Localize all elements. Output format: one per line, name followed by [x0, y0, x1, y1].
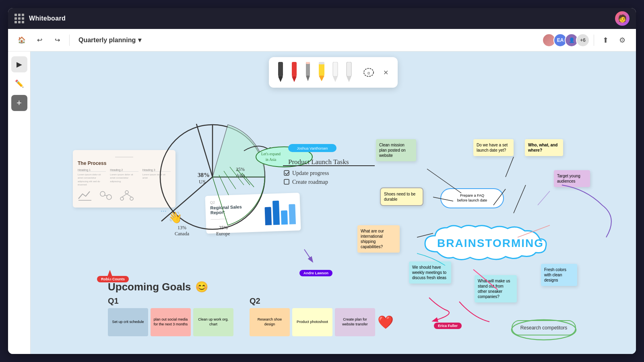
board-title: Quarterly planning	[78, 37, 136, 44]
q2-section: Q2 Research shoe design Product photosho…	[250, 296, 394, 336]
sticky-note-3[interactable]: Who, what, and where?	[525, 139, 563, 156]
q2-card-3[interactable]: Create plan for website transfer	[335, 308, 375, 336]
undo-button[interactable]: ↩	[32, 33, 47, 47]
svg-line-68	[122, 194, 127, 197]
svg-rect-36	[288, 144, 336, 152]
avatar-count[interactable]: +6	[576, 33, 590, 47]
svg-line-9	[219, 175, 229, 195]
sticky-note-5[interactable]: Shoes need to be durable	[380, 187, 423, 206]
apps-grid-icon[interactable]	[14, 14, 24, 23]
goals-emoji: 😊	[195, 281, 208, 293]
home-button[interactable]: 🏠	[14, 33, 29, 47]
share-button[interactable]: ⬆	[598, 33, 613, 47]
app-title: Whiteboard	[29, 15, 66, 22]
sticky-note-4[interactable]: Target young audiences	[554, 170, 590, 187]
pen-toolbar-close[interactable]: ✕	[380, 67, 391, 78]
canvas[interactable]: 38% US 25% Asia 13% Canada 25% Europe Le…	[31, 51, 636, 354]
sticky-note-6[interactable]: What are our international shipping capa…	[357, 225, 400, 253]
side-toolbar: ▶ ✏️ +	[8, 51, 31, 354]
pen-tool-button[interactable]: ✏️	[11, 76, 27, 92]
redo-button[interactable]: ↪	[50, 33, 64, 47]
process-card-icons	[78, 190, 171, 203]
main-toolbar: 🏠 ↩ ↪ Quarterly planning ▾ EA 👤 +6 ⬆ ⚙	[8, 29, 636, 51]
svg-line-18	[514, 185, 526, 213]
svg-rect-39	[284, 171, 289, 175]
svg-rect-51	[306, 62, 310, 64]
svg-line-40	[285, 173, 287, 175]
sticky-note-7[interactable]: We should have weekly meetings to discus…	[409, 261, 451, 284]
svg-text:α: α	[367, 71, 370, 75]
q2-label: Q2	[250, 296, 394, 306]
q2-card-2[interactable]: Product photoshoot	[292, 308, 332, 336]
svg-text:Create roadmap: Create roadmap	[292, 179, 328, 185]
user-avatar-title[interactable]: 🧑	[615, 11, 630, 26]
svg-line-69	[127, 194, 132, 197]
eraser-2[interactable]	[344, 60, 354, 84]
svg-line-7	[237, 169, 250, 185]
sticky-note-1[interactable]: Clean mission plan posted on website	[376, 139, 416, 161]
select-tool-button[interactable]: ▶	[11, 56, 27, 72]
add-tool-button[interactable]: +	[11, 95, 27, 111]
svg-point-67	[130, 197, 133, 200]
erica-fuller-badge: Erica Fuller	[434, 323, 462, 329]
sales-card-quarter: Q2	[210, 200, 242, 205]
svg-text:Update progress: Update progress	[292, 170, 329, 176]
research-competitors-callout: Research competitors	[512, 320, 576, 335]
svg-line-8	[242, 173, 254, 187]
svg-marker-46	[278, 76, 283, 82]
upcoming-goals-section: Upcoming Goals 😊 Q1 Set up crit schedule…	[108, 281, 394, 336]
faq-callout: Prepare a FAQbefore launch date	[440, 188, 504, 208]
settings-button[interactable]: ⚙	[615, 33, 630, 47]
svg-text:👋: 👋	[168, 211, 182, 224]
svg-text:13%: 13%	[178, 225, 186, 230]
svg-text:BRAINSTORMING: BRAINSTORMING	[437, 237, 544, 249]
svg-text:Asia: Asia	[236, 173, 245, 178]
svg-point-65	[125, 191, 128, 194]
pen-yellow[interactable]	[316, 60, 327, 84]
sticky-note-9[interactable]: Fresh colors with clean designs	[541, 264, 577, 286]
process-card-title: The Process	[78, 160, 171, 166]
svg-point-63	[107, 195, 111, 200]
upcoming-goals-title: Upcoming Goals	[108, 281, 191, 293]
main-area: ▶ ✏️ +	[8, 51, 636, 354]
svg-rect-45	[278, 62, 283, 76]
svg-text:US: US	[199, 179, 206, 185]
chevron-down-icon: ▾	[138, 36, 141, 44]
sales-card: Q2 Regional SalesReport ___________	[205, 193, 301, 234]
sticky-note-8[interactable]: What will make us stand out from other s…	[475, 275, 517, 302]
svg-marker-56	[333, 76, 338, 82]
eraser-1[interactable]	[330, 60, 341, 84]
svg-text:Canada: Canada	[175, 231, 190, 237]
title-bar: Whiteboard 🧑	[8, 8, 636, 29]
board-title-area[interactable]: Quarterly planning ▾	[74, 34, 145, 46]
pen-black[interactable]	[275, 60, 286, 84]
pen-toolbar: α ✕	[269, 57, 398, 88]
svg-marker-48	[292, 76, 297, 82]
svg-text:Product Launch Tasks: Product Launch Tasks	[288, 158, 349, 166]
andre-lawson-badge: Andre Lawson	[299, 270, 332, 276]
svg-line-19	[506, 157, 514, 177]
svg-rect-43	[284, 179, 289, 184]
q2-card-1[interactable]: Research shoe design	[250, 308, 290, 336]
q1-card-1[interactable]: Set up crit schedule	[108, 308, 148, 336]
pen-gray[interactable]	[303, 60, 313, 84]
q1-label: Q1	[108, 296, 233, 306]
pen-red[interactable]	[289, 60, 299, 84]
svg-point-62	[100, 191, 105, 196]
svg-text:38%: 38%	[198, 172, 210, 178]
svg-text:···: ···	[161, 207, 167, 215]
process-card: ————— The Process Heading 1 Lorem ipsum …	[73, 150, 175, 208]
q1-card-2[interactable]: plan out social media for the next 3 mon…	[151, 308, 191, 336]
sticky-note-2[interactable]: Do we have a set launch date yet?	[473, 139, 514, 156]
lasso-tool[interactable]: α	[361, 64, 377, 80]
svg-line-3	[196, 124, 213, 177]
svg-marker-53	[319, 76, 324, 81]
svg-line-20	[538, 191, 550, 205]
svg-rect-52	[319, 64, 324, 76]
brainstorm-cloud: BRAINSTORMING	[417, 224, 554, 262]
q1-card-3[interactable]: Clean up work org. chart	[193, 308, 233, 336]
q1-cards: Set up crit schedule plan out social med…	[108, 308, 233, 336]
toolbar-divider-2	[594, 35, 594, 46]
svg-text:in Asia: in Asia	[266, 158, 277, 162]
toolbar-divider	[69, 35, 70, 46]
